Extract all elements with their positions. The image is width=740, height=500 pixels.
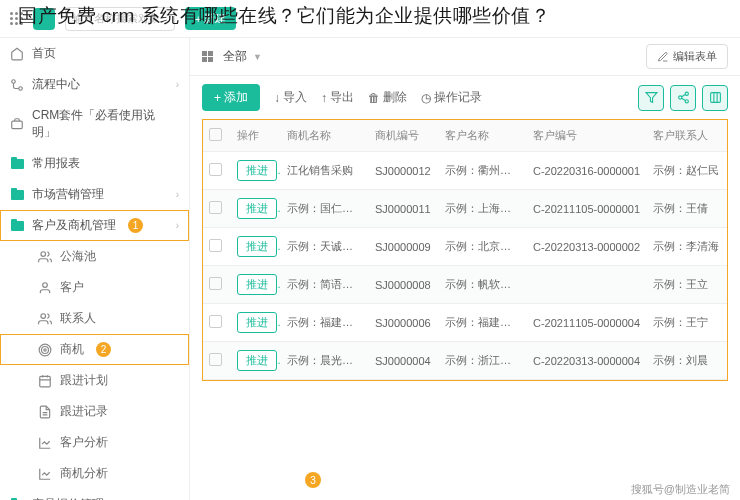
cell-contact: 示例：王倩 — [647, 190, 727, 228]
grid-view-icon[interactable] — [202, 51, 213, 62]
cell-code: SJ0000009 — [369, 228, 439, 266]
annotation-badge: 1 — [128, 218, 143, 233]
user-icon — [38, 281, 52, 295]
chart-icon — [38, 436, 52, 450]
sidebar-item[interactable]: 商机分析 — [0, 458, 189, 489]
oplog-button[interactable]: ◷ 操作记录 — [421, 89, 482, 106]
export-button[interactable]: ↑ 导出 — [321, 89, 354, 106]
share-icon[interactable] — [670, 85, 696, 111]
watermark: 搜狐号@制造业老简 — [631, 482, 730, 497]
row-checkbox[interactable] — [209, 163, 222, 176]
columns-icon[interactable] — [702, 85, 728, 111]
cell-ccode: C-20211105-0000001 — [527, 190, 647, 228]
svg-point-5 — [41, 313, 46, 318]
cell-customer: 示例：北京天诚软件... — [439, 228, 527, 266]
import-button[interactable]: ↓ 导入 — [274, 89, 307, 106]
push-button[interactable]: 推进 — [237, 198, 277, 219]
users-icon — [38, 312, 52, 326]
sidebar-item[interactable]: 产品报价管理› — [0, 489, 189, 500]
nav-label: 客户及商机管理 — [32, 217, 116, 234]
table-row[interactable]: 推进示例：福建一高3月订单SJ0000006示例：福建一高集团C-2021110… — [203, 304, 727, 342]
data-table: 操作商机名称商机编号客户名称客户编号客户联系人推进江化销售采购SJ0000012… — [202, 119, 728, 381]
push-button[interactable]: 推进 — [237, 236, 277, 257]
table-row[interactable]: 推进示例：天诚采购SJ0000009示例：北京天诚软件...C-20220313… — [203, 228, 727, 266]
cell-name: 示例：天诚采购 — [281, 228, 369, 266]
sidebar-item[interactable]: 常用报表 — [0, 148, 189, 179]
cell-code: SJ0000004 — [369, 342, 439, 380]
cell-name: 示例：国仁采购 — [281, 190, 369, 228]
sidebar-item[interactable]: 首页 — [0, 38, 189, 69]
sidebar-item[interactable]: 客户分析 — [0, 427, 189, 458]
cell-name: 示例：简语云采购 — [281, 266, 369, 304]
row-checkbox[interactable] — [209, 353, 222, 366]
cell-code: SJ0000006 — [369, 304, 439, 342]
svg-point-8 — [44, 348, 46, 350]
nav-label: 产品报价管理 — [32, 496, 104, 500]
column-header — [203, 120, 231, 152]
sidebar-item[interactable]: 跟进记录 — [0, 396, 189, 427]
plan-icon — [38, 374, 52, 388]
table-row[interactable]: 推进示例：简语云采购SJ0000008示例：帆软软件有限公司示例：王立 — [203, 266, 727, 304]
svg-point-1 — [19, 86, 23, 90]
chevron-right-icon: › — [176, 189, 179, 200]
nav-label: 公海池 — [60, 248, 96, 265]
cell-ccode: C-20220316-0000001 — [527, 152, 647, 190]
sidebar-item[interactable]: 流程中心› — [0, 69, 189, 100]
nav-label: 跟进记录 — [60, 403, 108, 420]
table-row[interactable]: 推进示例：晨光文具设备...SJ0000004示例：浙江晨光文具...C-202… — [203, 342, 727, 380]
column-header: 客户名称 — [439, 120, 527, 152]
view-select[interactable]: 全部▼ — [223, 48, 262, 65]
cell-customer: 示例：浙江晨光文具... — [439, 342, 527, 380]
tabs-bar: 全部▼ 编辑表单 — [190, 38, 740, 76]
push-button[interactable]: 推进 — [237, 160, 277, 181]
cell-customer: 示例：帆软软件有限公司 — [439, 266, 527, 304]
nav-label: 商机分析 — [60, 465, 108, 482]
toolbar: +添加 ↓ 导入 ↑ 导出 🗑 删除 ◷ 操作记录 — [190, 76, 740, 119]
content-area: 全部▼ 编辑表单 +添加 ↓ 导入 ↑ 导出 🗑 删除 ◷ 操作记录 操作商机名… — [190, 38, 740, 500]
cell-code: SJ0000008 — [369, 266, 439, 304]
folder-icon — [10, 188, 24, 202]
cell-contact: 示例：王宁 — [647, 304, 727, 342]
delete-button[interactable]: 🗑 删除 — [368, 89, 407, 106]
sidebar-item[interactable]: CRM套件「必看使用说明」 — [0, 100, 189, 148]
column-header: 商机编号 — [369, 120, 439, 152]
target-icon — [38, 343, 52, 357]
cell-contact: 示例：李清海 — [647, 228, 727, 266]
table-row[interactable]: 推进示例：国仁采购SJ0000011示例：上海国仁有限...C-20211105… — [203, 190, 727, 228]
users-icon — [38, 250, 52, 264]
row-checkbox[interactable] — [209, 201, 222, 214]
nav-label: 首页 — [32, 45, 56, 62]
row-checkbox[interactable] — [209, 277, 222, 290]
sidebar-item[interactable]: 市场营销管理› — [0, 179, 189, 210]
sidebar-item[interactable]: 公海池 — [0, 241, 189, 272]
chevron-right-icon: › — [176, 79, 179, 90]
sidebar-item[interactable]: 联系人 — [0, 303, 189, 334]
push-button[interactable]: 推进 — [237, 350, 277, 371]
svg-point-7 — [42, 346, 49, 353]
nav-label: 常用报表 — [32, 155, 80, 172]
sidebar-item[interactable]: 客户及商机管理1› — [0, 210, 189, 241]
filter-icon[interactable] — [638, 85, 664, 111]
sidebar-item[interactable]: 跟进计划 — [0, 365, 189, 396]
svg-rect-2 — [12, 121, 23, 129]
nav-label: 流程中心 — [32, 76, 80, 93]
push-button[interactable]: 推进 — [237, 312, 277, 333]
sidebar-item[interactable]: 商机2 — [0, 334, 189, 365]
svg-point-3 — [41, 251, 46, 256]
nav-label: 跟进计划 — [60, 372, 108, 389]
column-header: 商机名称 — [281, 120, 369, 152]
select-all-checkbox[interactable] — [209, 128, 222, 141]
edit-form-button[interactable]: 编辑表单 — [646, 44, 728, 69]
svg-point-12 — [685, 100, 688, 103]
row-checkbox[interactable] — [209, 239, 222, 252]
row-checkbox[interactable] — [209, 315, 222, 328]
chart-icon — [38, 467, 52, 481]
cell-name: 示例：晨光文具设备... — [281, 342, 369, 380]
sidebar-item[interactable]: 客户 — [0, 272, 189, 303]
table-row[interactable]: 推进江化销售采购SJ0000012示例：衢州江化集团C-20220316-000… — [203, 152, 727, 190]
overlay-title: 国产免费 crm 系统有哪些在线？它们能为企业提供哪些价值？ — [18, 3, 730, 29]
add-button[interactable]: +添加 — [202, 84, 260, 111]
push-button[interactable]: 推进 — [237, 274, 277, 295]
nav-label: 市场营销管理 — [32, 186, 104, 203]
chevron-right-icon: › — [176, 220, 179, 231]
